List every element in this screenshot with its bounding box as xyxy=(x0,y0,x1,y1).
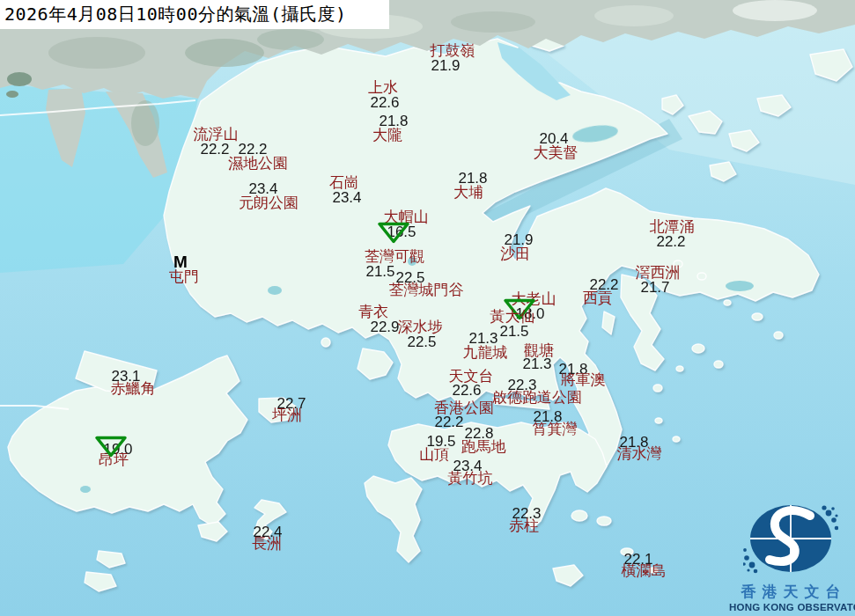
station-name: 沙田 xyxy=(500,246,530,261)
map-title: 2026年4月08日10時00分的氣溫(攝氏度) xyxy=(0,0,347,29)
green-triangle-marker xyxy=(94,435,128,458)
station-temperature: 22.5 xyxy=(407,334,436,349)
station-name: 深水埗 xyxy=(398,319,443,334)
station-name: 石崗 xyxy=(329,175,359,190)
station-name: 赤鱲角 xyxy=(111,381,156,396)
station-temperature: 21.5 xyxy=(499,324,528,339)
hko-logo-english-name: HONG KONG OBSERVATORY xyxy=(729,601,852,614)
temperature-map: 21.9打鼓嶺22.6上水21.8大隴22.2流浮山22.2濕地公園23.4石崗… xyxy=(0,0,855,616)
station-temperature: 21.7 xyxy=(640,280,669,295)
station-temperature: 21.9 xyxy=(431,58,460,73)
station-temperature: 22.2 xyxy=(656,234,685,249)
station-name: 濕地公園 xyxy=(228,156,288,171)
station-name: 長洲 xyxy=(252,536,282,551)
green-triangle-marker xyxy=(377,221,410,245)
station-name: 觀塘 xyxy=(524,343,554,358)
station-temperature: 22.6 xyxy=(452,383,481,398)
station-name: 山頂 xyxy=(419,447,449,462)
station-temperature: 21.5 xyxy=(365,264,394,279)
hko-logo-chinese-name: 香港天文台 xyxy=(729,583,852,601)
station-name: 坪洲 xyxy=(272,407,302,422)
station-name: 荃灣城門谷 xyxy=(389,282,464,297)
station-name: 橫瀾島 xyxy=(622,563,667,578)
station-name: 滘西洲 xyxy=(636,265,681,280)
station-temperature: 22.2 xyxy=(200,142,229,157)
station-name: 赤柱 xyxy=(509,518,539,533)
station-temperature: 23.4 xyxy=(332,190,361,205)
station-name: 九龍城 xyxy=(463,345,508,360)
station-name: 大埔 xyxy=(453,185,483,200)
station-name: 青衣 xyxy=(358,304,388,319)
station-temperature: 22.6 xyxy=(370,95,399,110)
station-name: 大美督 xyxy=(534,145,579,160)
station-temperature: 22.2 xyxy=(434,414,463,429)
station-name: 流浮山 xyxy=(194,127,239,142)
stations-layer: 21.9打鼓嶺22.6上水21.8大隴22.2流浮山22.2濕地公園23.4石崗… xyxy=(0,0,855,616)
station-name: 打鼓嶺 xyxy=(431,43,475,58)
station-name: 元朗公園 xyxy=(239,195,299,210)
hko-logo: 香港天文台 HONG KONG OBSERVATORY xyxy=(729,502,852,614)
station-name: 黃大仙 xyxy=(490,309,535,324)
no-data-marker: M xyxy=(173,253,188,270)
station-name: 大隴 xyxy=(372,128,402,143)
station-name: 天文台 xyxy=(449,369,494,384)
station-name: 荃灣可觀 xyxy=(365,249,424,264)
station-name: 跑馬地 xyxy=(461,439,506,454)
hko-logo-icon xyxy=(743,502,838,579)
station-name: 屯門 xyxy=(169,269,199,284)
station-name: 筲箕灣 xyxy=(533,422,578,436)
station-name: 西貢 xyxy=(583,290,613,305)
station-name: 啟德跑道公園 xyxy=(492,390,582,405)
station-name: 香港公園 xyxy=(434,400,494,415)
station-name: 上水 xyxy=(368,80,398,95)
station-name: 清水灣 xyxy=(617,446,662,461)
station-name: 黃竹坑 xyxy=(448,471,493,486)
station-temperature: 22.9 xyxy=(370,319,399,334)
station-name: 北潭涌 xyxy=(650,219,695,234)
station-name: 將軍澳 xyxy=(561,372,606,387)
title-bar: 2026年4月08日10時00分的氣溫(攝氏度) xyxy=(0,0,389,29)
